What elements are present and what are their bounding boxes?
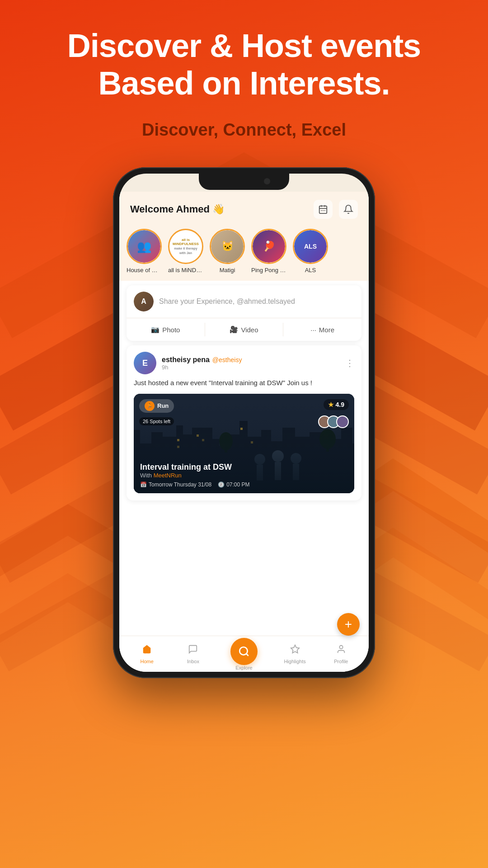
event-organizer: MeetNRun <box>154 472 182 479</box>
event-date: 📅 Tomorrow Thursday 31/08 <box>140 481 211 488</box>
event-attendees <box>318 415 349 428</box>
profile-icon <box>336 644 346 657</box>
more-icon: ··· <box>310 326 316 334</box>
event-details: 📅 Tomorrow Thursday 31/08 🕖 07:00 PM <box>140 481 348 488</box>
hero-section: Discover & Host events Based on Interest… <box>0 27 488 140</box>
welcome-text: Welcome Ahmed 👋 <box>130 203 225 215</box>
fab-button[interactable]: + <box>337 613 360 636</box>
spots-badge: 26 Spots left <box>139 417 174 425</box>
feed-user-name-row: estheisy pena @estheisy <box>162 356 242 364</box>
event-category-label: Run <box>157 402 169 409</box>
story-item[interactable]: all isMiNDFULNESSmake it therapy with Ja… <box>168 229 203 274</box>
calendar-button[interactable] <box>314 200 333 219</box>
feed-post-text: Just hosted a new event "Interval traini… <box>127 378 361 394</box>
event-with: With MeetNRun <box>140 472 348 479</box>
story-item[interactable]: ALS ALS <box>293 229 328 274</box>
header-icons <box>314 200 358 219</box>
feed-post-header: E estheisy pena @estheisy 9h ⋮ <box>127 345 361 378</box>
inbox-icon <box>188 644 198 657</box>
camera-dot <box>264 178 270 184</box>
story-avatar-matigi[interactable]: 🐱 <box>210 229 245 264</box>
home-icon <box>142 644 152 657</box>
story-item[interactable]: 🐱 Matigi <box>210 229 245 274</box>
story-label-pingpong: Ping Pong 🏓 <box>251 267 286 274</box>
svg-point-46 <box>239 647 247 655</box>
svg-line-47 <box>246 654 249 656</box>
svg-rect-6 <box>324 210 325 211</box>
phone-frame: Welcome Ahmed 👋 <box>113 167 375 678</box>
event-rating: ★ 4.9 <box>324 399 349 410</box>
nav-inbox-label: Inbox <box>187 659 199 664</box>
more-button[interactable]: ··· More <box>283 323 361 336</box>
event-info: Interval training at DSW With MeetNRun 📅… <box>134 457 354 493</box>
nav-inbox[interactable]: Inbox <box>170 644 216 664</box>
feed-post: E estheisy pena @estheisy 9h ⋮ <box>127 345 361 500</box>
story-avatar-pingpong[interactable]: 🏓 <box>251 229 286 264</box>
story-item[interactable]: 🏓 Ping Pong 🏓 <box>251 229 286 274</box>
post-actions: 📷 Photo 🎥 Video ··· More <box>127 318 361 341</box>
phone-notch <box>199 174 289 190</box>
svg-marker-48 <box>291 645 299 652</box>
nav-highlights[interactable]: Highlights <box>272 644 318 664</box>
nav-highlights-label: Highlights <box>284 659 305 664</box>
svg-rect-0 <box>319 206 327 214</box>
story-label-matigi: Matigi <box>220 267 235 274</box>
hero-title: Discover & Host events Based on Interest… <box>27 27 461 102</box>
feed-user-info: E estheisy pena @estheisy 9h <box>134 352 242 374</box>
app-screen: Welcome Ahmed 👋 <box>119 192 369 672</box>
phone-mockup: Welcome Ahmed 👋 <box>113 167 375 678</box>
feed-user-details: estheisy pena @estheisy 9h <box>162 356 242 371</box>
photo-icon: 📷 <box>151 326 160 334</box>
spots-text: 26 Spots left <box>143 419 170 424</box>
story-avatar-als[interactable]: ALS <box>293 229 328 264</box>
run-category-icon: 🏃 <box>145 401 155 411</box>
clock-icon: 🕖 <box>218 481 225 488</box>
stories-row: 👥 House of Run... all isMiNDFULNESSmake … <box>119 224 369 281</box>
video-button[interactable]: 🎥 Video <box>205 323 283 336</box>
story-avatar-run[interactable]: 👥 <box>127 229 162 264</box>
feed-more-icon[interactable]: ⋮ <box>345 358 354 368</box>
event-bg: 🏃 Run ★ 4.9 26 Spots left <box>134 394 354 493</box>
feed-user-name: estheisy pena <box>162 356 210 364</box>
event-title: Interval training at DSW <box>140 462 348 472</box>
nav-explore[interactable]: Explore <box>216 638 272 670</box>
more-label: More <box>319 326 334 334</box>
story-label-run: House of Run... <box>127 267 162 274</box>
photo-label: Photo <box>162 326 180 334</box>
photo-button[interactable]: 📷 Photo <box>127 323 205 336</box>
svg-rect-5 <box>323 210 324 211</box>
feed-user-handle: @estheisy <box>212 356 242 363</box>
calendar-small-icon: 📅 <box>140 481 147 488</box>
rating-value: 4.9 <box>336 401 344 408</box>
post-box: A Share your Experience, @ahmed.telsayed… <box>127 285 361 341</box>
phone-screen: Welcome Ahmed 👋 <box>119 174 369 672</box>
nav-home[interactable]: Home <box>124 644 170 664</box>
event-category-badge: 🏃 Run <box>139 399 174 413</box>
svg-point-49 <box>339 645 343 648</box>
mindful-text: all isMiNDFULNESSmake it therapy with Ja… <box>169 236 202 257</box>
post-user-avatar: A <box>134 292 154 311</box>
star-icon: ★ <box>328 401 334 408</box>
story-label-mindful: all is MiNDFU... <box>168 267 203 274</box>
hero-subtitle: Discover, Connect, Excel <box>27 120 461 140</box>
feed-user-avatar[interactable]: E <box>134 352 156 374</box>
nav-profile[interactable]: Profile <box>318 644 364 664</box>
svg-rect-4 <box>321 210 322 211</box>
feed-post-time: 9h <box>162 364 242 371</box>
story-item[interactable]: 👥 House of Run... <box>127 229 162 274</box>
event-card[interactable]: 🏃 Run ★ 4.9 26 Spots left <box>134 394 354 493</box>
video-icon: 🎥 <box>230 326 238 334</box>
explore-button[interactable] <box>230 638 258 665</box>
story-label-als: ALS <box>305 267 316 274</box>
post-placeholder-text[interactable]: Share your Experience, @ahmed.telsayed <box>159 297 354 306</box>
bottom-navigation: Home Inbox <box>119 636 369 672</box>
nav-home-label: Home <box>140 659 153 664</box>
event-time: 🕖 07:00 PM <box>218 481 249 488</box>
app-header: Welcome Ahmed 👋 <box>119 192 369 224</box>
nav-profile-label: Profile <box>334 659 348 664</box>
post-input-row: A Share your Experience, @ahmed.telsayed <box>127 285 361 318</box>
notifications-button[interactable] <box>339 200 358 219</box>
story-avatar-mindful[interactable]: all isMiNDFULNESSmake it therapy with Ja… <box>168 229 203 264</box>
highlights-icon <box>290 644 300 657</box>
nav-explore-label: Explore <box>235 665 252 670</box>
